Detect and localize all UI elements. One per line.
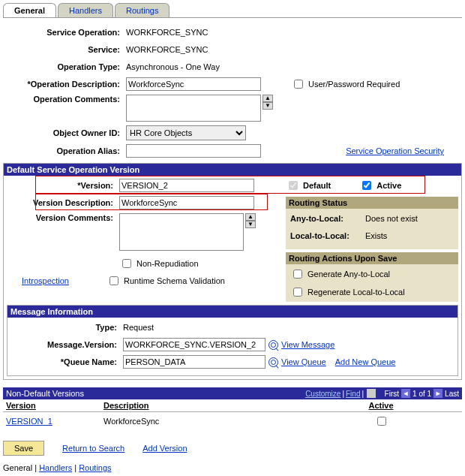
service-operation-label: Service Operation: [6,28,126,37]
message-version-input[interactable] [123,338,266,351]
footer-routings-link[interactable]: Routings [79,463,111,472]
active-label: Active [376,181,401,190]
nav-first-label: First [385,390,399,398]
nav-range: 1 of 1 [412,390,431,398]
routing-actions-header: Routing Actions Upon Save [286,252,458,264]
footer-handlers-link[interactable]: Handlers [39,463,72,472]
lookup-icon[interactable] [268,357,278,367]
version-description-input[interactable] [119,196,254,209]
operation-type-value: Asynchronous - One Way [126,62,220,71]
runtime-schema-checkbox[interactable] [110,276,118,285]
any-to-local-value: Does not exist [365,214,418,223]
nav-next-icon[interactable]: ► [434,389,442,398]
routing-status-header: Routing Status [286,197,458,209]
local-to-local-label: Local-to-Local: [290,231,365,240]
service-operation-security-link[interactable]: Service Operation Security [346,146,444,155]
grid-view-icon[interactable] [367,389,376,398]
return-to-search-link[interactable]: Return to Search [62,444,124,453]
version-row-active-checkbox[interactable] [377,417,386,426]
operation-description-input[interactable] [126,77,261,91]
version-comments-input[interactable] [119,213,244,251]
object-owner-id-label: Object Owner ID: [6,128,126,137]
regen-local-to-local-checkbox[interactable] [293,288,302,297]
type-value: Request [123,323,154,332]
runtime-schema-label: Runtime Schema Validation [124,276,225,285]
lookup-icon[interactable] [268,340,278,350]
user-password-required-checkbox[interactable] [294,80,303,89]
operation-description-label: *Operation Description: [6,80,126,89]
find-link[interactable]: Find [346,390,360,398]
version-comments-scroll[interactable]: ▲▼ [245,213,256,228]
operation-comments-input[interactable] [126,95,261,122]
service-operation-value: WORKFORCE_SYNC [126,28,208,37]
view-queue-link[interactable]: View Queue [281,357,326,366]
tab-handlers[interactable]: Handlers [58,3,113,17]
type-label: Type: [10,323,123,332]
comments-scroll[interactable]: ▲▼ [262,95,273,110]
col-version-header[interactable]: Version [6,401,36,410]
gen-any-to-local-checkbox[interactable] [293,270,302,279]
tab-routings[interactable]: Routings [115,3,170,17]
non-default-header-bar: Non-Default Versions Customize | Find | … [3,387,462,399]
operation-alias-input[interactable] [126,144,261,158]
customize-link[interactable]: Customize [305,390,340,398]
operation-type-label: Operation Type: [6,62,126,71]
save-button[interactable]: Save [3,441,44,456]
table-row: VERSION_1 WorkforceSync [3,412,462,430]
version-row-link[interactable]: VERSION_1 [6,417,52,426]
nav-last-label: Last [445,390,459,398]
message-version-label: Message.Version: [10,340,123,349]
any-to-local-label: Any-to-Local: [290,214,365,223]
service-label: Service: [6,45,126,54]
default-version-header: Default Service Operation Version [4,164,461,176]
introspection-link[interactable]: Introspection [22,276,69,285]
col-active-header[interactable]: Active [368,401,393,410]
operation-alias-label: Operation Alias: [6,146,126,155]
col-description-header[interactable]: Description [104,401,149,410]
active-checkbox[interactable] [362,181,371,190]
version-comments-label: Version Comments: [7,213,119,222]
operation-comments-label: Operation Comments: [6,95,126,104]
add-new-queue-link[interactable]: Add New Queue [335,357,396,366]
user-password-required-label: User/Password Required [308,80,400,89]
regen-local-to-local-label: Regenerate Local-to-Local [308,288,405,297]
tab-general[interactable]: General [3,3,56,17]
default-label: Default [303,181,331,190]
queue-name-input[interactable] [123,355,266,369]
version-label: *Version: [7,181,119,190]
nav-prev-icon[interactable]: ◄ [401,389,410,398]
gen-any-to-local-label: Generate Any-to-Local [308,270,390,279]
default-checkbox [289,181,298,190]
non-default-header: Non-Default Versions [6,389,84,398]
message-info-header: Message Information [8,306,458,318]
object-owner-id-select[interactable]: HR Core Objects [126,125,246,140]
version-row-description: WorkforceSync [104,417,351,426]
version-input[interactable] [119,179,254,192]
footer-general: General [3,463,32,472]
queue-name-label: *Queue Name: [10,357,123,366]
view-message-link[interactable]: View Message [281,340,334,349]
non-repudiation-checkbox[interactable] [122,259,131,268]
version-description-label: Version Description: [7,198,119,207]
local-to-local-value: Exists [365,231,387,240]
service-value: WORKFORCE_SYNC [126,45,208,54]
add-version-link[interactable]: Add Version [142,444,187,453]
tab-bar: General Handlers Routings [3,3,462,18]
non-repudiation-label: Non-Repudiation [136,259,199,268]
